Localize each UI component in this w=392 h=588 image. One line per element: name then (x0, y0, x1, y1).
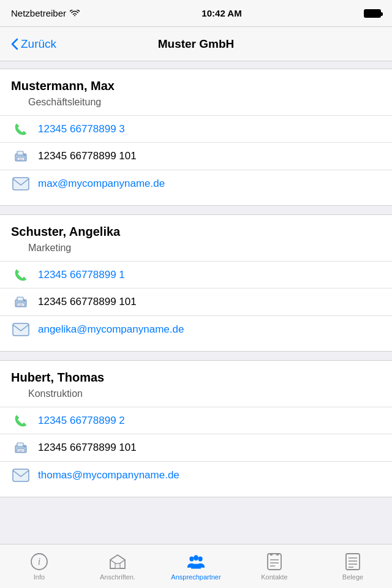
contact-role: Konstruktion (0, 388, 392, 407)
svg-point-26 (194, 555, 198, 560)
svg-rect-6 (13, 178, 29, 190)
fax-row: 12345 66778899 101 (0, 142, 392, 170)
svg-rect-29 (276, 553, 279, 556)
info-tab-icon: i (29, 552, 49, 571)
wifi-icon (70, 10, 80, 17)
email-icon (11, 469, 31, 482)
svg-rect-27 (268, 554, 281, 570)
svg-point-24 (189, 557, 194, 562)
status-bar: Netzbetreiber 10:42 AM (0, 0, 392, 27)
svg-rect-8 (17, 297, 23, 301)
phone-icon (11, 121, 31, 137)
contact-list: Mustermann, Max Geschäftsleitung 12345 6… (0, 61, 392, 544)
svg-rect-18 (18, 450, 23, 451)
svg-rect-11 (18, 304, 23, 305)
phone-icon (11, 267, 31, 283)
contact-name: Schuster, Angelika (0, 225, 392, 243)
email-icon (11, 323, 31, 336)
svg-rect-1 (17, 151, 23, 155)
fax-number: 12345 66778899 101 (38, 296, 137, 308)
phone-number[interactable]: 12345 66778899 3 (38, 123, 125, 135)
svg-text:i: i (38, 556, 40, 567)
fax-icon (11, 293, 31, 311)
svg-rect-12 (18, 306, 21, 306)
email-address[interactable]: thomas@mycompanyname.de (38, 469, 179, 481)
tab-belege-label: Belege (342, 573, 363, 581)
tab-belege[interactable]: Belege (314, 545, 392, 588)
svg-rect-5 (18, 160, 21, 160)
belege-tab-icon (343, 552, 363, 571)
phone-icon (11, 413, 31, 429)
contact-card-schuster: Schuster, Angelika Marketing 12345 66778… (0, 214, 392, 352)
back-button[interactable]: Zurück (11, 37, 56, 51)
page-title: Muster GmbH (158, 37, 235, 51)
svg-rect-20 (13, 469, 29, 481)
phone-number[interactable]: 12345 66778899 1 (38, 269, 125, 281)
fax-row: 12345 66778899 101 (0, 434, 392, 461)
battery-icon (364, 9, 381, 18)
status-time: 10:42 AM (202, 8, 241, 18)
phone-row[interactable]: 12345 66778899 3 (0, 115, 392, 142)
svg-rect-13 (13, 323, 29, 336)
fax-icon (11, 439, 31, 456)
tab-info-label: Info (34, 573, 45, 581)
fax-icon (11, 148, 31, 165)
phone-number[interactable]: 12345 66778899 2 (38, 415, 125, 427)
email-icon (11, 177, 31, 190)
fax-row: 12345 66778899 101 (0, 288, 392, 315)
contact-role: Marketing (0, 243, 392, 261)
svg-rect-23 (115, 564, 120, 568)
tab-anschriften-label: Anschriften. (100, 573, 135, 581)
carrier-text: Netzbetreiber (11, 8, 80, 18)
tab-info[interactable]: i Info (0, 545, 78, 588)
contact-card-hubert: Hubert, Thomas Konstruktion 12345 667788… (0, 360, 392, 497)
svg-point-25 (198, 557, 203, 562)
tab-anschriften[interactable]: Anschriften. (78, 545, 157, 588)
ansprechpartner-tab-icon (186, 552, 206, 571)
contact-card-mustermann: Mustermann, Max Geschäftsleitung 12345 6… (0, 69, 392, 206)
email-row[interactable]: max@mycompanyname.de (0, 170, 392, 197)
email-row[interactable]: angelika@mycompanyname.de (0, 315, 392, 342)
fax-number: 12345 66778899 101 (38, 150, 137, 162)
svg-point-3 (24, 154, 26, 156)
contact-name: Mustermann, Max (0, 79, 392, 97)
nav-bar: Zurück Muster GmbH (0, 27, 392, 61)
svg-rect-28 (270, 553, 273, 556)
email-row[interactable]: thomas@mycompanyname.de (0, 461, 392, 488)
email-address[interactable]: max@mycompanyname.de (38, 178, 165, 190)
svg-point-10 (24, 300, 26, 302)
fax-number: 12345 66778899 101 (38, 442, 137, 454)
svg-point-17 (24, 446, 26, 448)
svg-rect-15 (17, 443, 23, 447)
svg-rect-19 (18, 451, 21, 452)
contact-role: Geschäftsleitung (0, 97, 392, 115)
tab-bar: i Info Anschriften. (0, 544, 392, 588)
tab-kontakte-label: Kontakte (261, 573, 287, 581)
tab-ansprechpartner-label: Ansprechpartner (171, 573, 221, 581)
svg-rect-4 (18, 159, 23, 159)
contact-name: Hubert, Thomas (0, 371, 392, 388)
email-address[interactable]: angelika@mycompanyname.de (38, 323, 184, 336)
tab-kontakte[interactable]: Kontakte (235, 545, 314, 588)
anschriften-tab-icon (108, 552, 127, 571)
kontakte-tab-icon (265, 552, 284, 571)
phone-row[interactable]: 12345 66778899 2 (0, 407, 392, 434)
phone-row[interactable]: 12345 66778899 1 (0, 261, 392, 288)
tab-ansprechpartner[interactable]: Ansprechpartner (157, 545, 235, 588)
